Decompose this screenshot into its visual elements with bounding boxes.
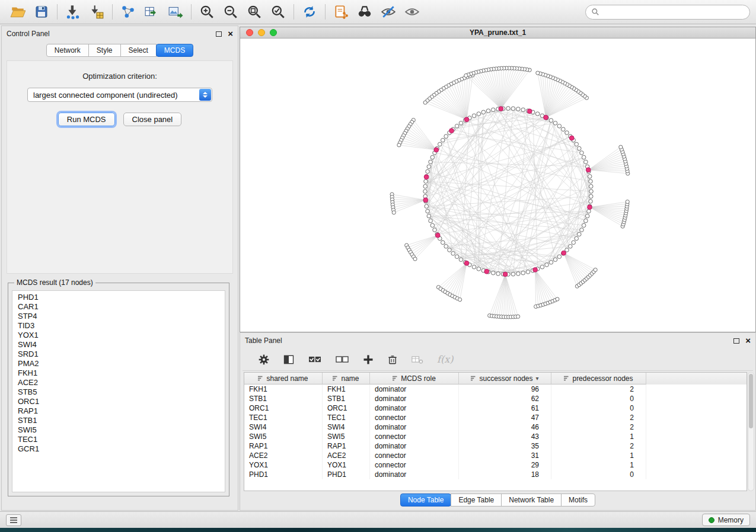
result-item[interactable]: SWI4 — [18, 340, 225, 350]
tab-motifs[interactable]: Motifs — [561, 493, 595, 507]
search-input[interactable] — [599, 8, 744, 16]
table-row[interactable]: PHD1PHD1dominator180 — [244, 470, 747, 479]
column-header[interactable]: successor nodes▾ — [459, 373, 551, 384]
control-panel-title: Control Panel — [7, 30, 50, 38]
delete-table-icon-disabled[interactable] — [411, 354, 424, 366]
close-table-panel-icon[interactable]: × — [745, 338, 751, 344]
column-header[interactable]: name — [323, 373, 370, 384]
table-panel: Table Panel × — [240, 332, 756, 511]
float-table-panel-icon[interactable] — [733, 338, 739, 344]
show-columns-icon[interactable] — [283, 354, 295, 366]
table-row[interactable]: FKH1FKH1dominator962 — [244, 384, 747, 394]
select-all-rows-icon[interactable] — [308, 354, 322, 366]
close-window-button[interactable] — [246, 29, 253, 36]
result-item[interactable]: ACE2 — [18, 378, 225, 387]
result-item[interactable]: TEC1 — [18, 435, 225, 444]
import-table-icon[interactable] — [85, 2, 109, 21]
result-item[interactable]: SWI5 — [18, 425, 225, 435]
table-settings-gear-icon[interactable] — [258, 354, 270, 366]
memory-status-dot — [709, 517, 714, 523]
delete-column-icon[interactable] — [387, 354, 398, 366]
result-item[interactable]: SRD1 — [18, 350, 225, 359]
table-row[interactable]: YOX1YOX1connector291 — [244, 460, 747, 470]
tab-mcds[interactable]: MCDS — [156, 44, 193, 57]
hide-graphics-icon[interactable] — [377, 2, 400, 21]
column-header[interactable]: shared name — [244, 373, 323, 384]
function-builder-icon[interactable]: f(x) — [437, 354, 453, 365]
column-header[interactable]: MCDS role — [370, 373, 459, 384]
table-scrollbar-thumb[interactable] — [749, 374, 753, 428]
result-item[interactable]: STB1 — [18, 416, 225, 425]
zoom-fit-icon[interactable] — [243, 2, 266, 21]
sort-icon — [393, 376, 398, 381]
sort-icon — [564, 376, 569, 381]
search-field[interactable] — [585, 5, 750, 20]
refresh-layout-icon[interactable] — [298, 2, 321, 21]
toolbar-divider — [112, 4, 113, 20]
tab-style[interactable]: Style — [88, 44, 121, 57]
sort-icon — [258, 376, 263, 381]
node-table-body: FKH1FKH1dominator962STB1STB1dominator620… — [244, 384, 747, 479]
table-scrollbar[interactable] — [748, 372, 754, 491]
result-item[interactable]: ORC1 — [18, 397, 225, 406]
run-mcds-button[interactable]: Run MCDS — [58, 113, 115, 126]
table-row[interactable]: RAP1RAP1dominator352 — [244, 441, 747, 451]
result-item[interactable]: RAP1 — [18, 406, 225, 416]
column-header[interactable]: predecessor nodes — [551, 373, 646, 384]
result-item[interactable]: TID3 — [18, 321, 225, 331]
result-item[interactable]: STP4 — [18, 312, 225, 321]
result-item[interactable]: PMA2 — [18, 359, 225, 368]
toolbar-divider — [294, 4, 294, 20]
export-image-icon[interactable] — [164, 2, 187, 21]
clipboard-share-icon[interactable] — [329, 2, 353, 21]
tab-select[interactable]: Select — [120, 44, 157, 57]
desktop-wallpaper-strip — [0, 528, 756, 532]
mcds-result-list[interactable]: PHD1CAR1STP4TID3YOX1SWI4SRD1PMA2FKH1ACE2… — [12, 290, 225, 492]
result-item[interactable]: YOX1 — [18, 331, 225, 340]
show-graphics-icon[interactable] — [400, 2, 424, 21]
open-folder-icon[interactable] — [6, 2, 30, 21]
criterion-dropdown[interactable]: largest connected component (undirected) — [27, 88, 212, 102]
application-window: Control Panel × NetworkStyleSelectMCDS O… — [0, 0, 756, 532]
result-item[interactable]: PHD1 — [18, 293, 225, 302]
zoom-window-button[interactable] — [270, 29, 277, 36]
tab-node-table[interactable]: Node Table — [400, 493, 452, 507]
create-column-icon[interactable] — [362, 354, 374, 366]
network-canvas[interactable] — [240, 39, 755, 332]
zoom-out-icon[interactable] — [219, 2, 243, 21]
tab-edge-table[interactable]: Edge Table — [451, 493, 502, 507]
deselect-all-rows-icon[interactable] — [335, 354, 349, 366]
zoom-in-icon[interactable] — [195, 2, 219, 21]
memory-button[interactable]: Memory — [702, 514, 750, 526]
table-row[interactable]: ACE2ACE2connector311 — [244, 451, 747, 460]
result-item[interactable]: FKH1 — [18, 368, 225, 378]
float-panel-icon[interactable] — [216, 31, 222, 37]
tab-network-table[interactable]: Network Table — [501, 493, 562, 507]
criterion-dropdown-value: largest connected component (undirected) — [33, 91, 178, 100]
result-item[interactable]: CAR1 — [18, 302, 225, 312]
result-item[interactable]: STB5 — [18, 387, 225, 397]
minimize-window-button[interactable] — [258, 29, 265, 36]
network-share-icon[interactable] — [116, 2, 140, 21]
import-network-icon[interactable] — [61, 2, 85, 21]
table-toolbar: f(x) — [243, 348, 753, 371]
mcds-result-group: MCDS result (17 nodes) PHD1CAR1STP4TID3Y… — [8, 278, 229, 496]
close-panel-icon[interactable]: × — [228, 31, 233, 37]
find-binoculars-icon[interactable] — [353, 2, 377, 21]
table-row[interactable]: SWI4SWI4dominator462 — [244, 422, 747, 432]
main-toolbar — [0, 0, 756, 24]
zoom-selected-icon[interactable] — [266, 2, 290, 21]
export-table-icon[interactable] — [140, 2, 164, 21]
sort-direction-icon: ▾ — [536, 375, 539, 382]
result-item[interactable]: GCR1 — [18, 444, 225, 454]
table-row[interactable]: STB1STB1dominator620 — [244, 394, 747, 403]
toolbar-divider — [57, 4, 58, 20]
status-menu-button[interactable] — [6, 514, 21, 526]
table-row[interactable]: SWI5SWI5connector431 — [244, 432, 747, 441]
network-window-titlebar[interactable]: YPA_prune.txt_1 — [240, 27, 755, 39]
save-icon[interactable] — [30, 2, 53, 21]
table-row[interactable]: TEC1TEC1connector472 — [244, 413, 747, 422]
close-panel-button[interactable]: Close panel — [123, 113, 182, 126]
table-row[interactable]: ORC1ORC1dominator610 — [244, 403, 747, 413]
tab-network[interactable]: Network — [46, 44, 89, 57]
